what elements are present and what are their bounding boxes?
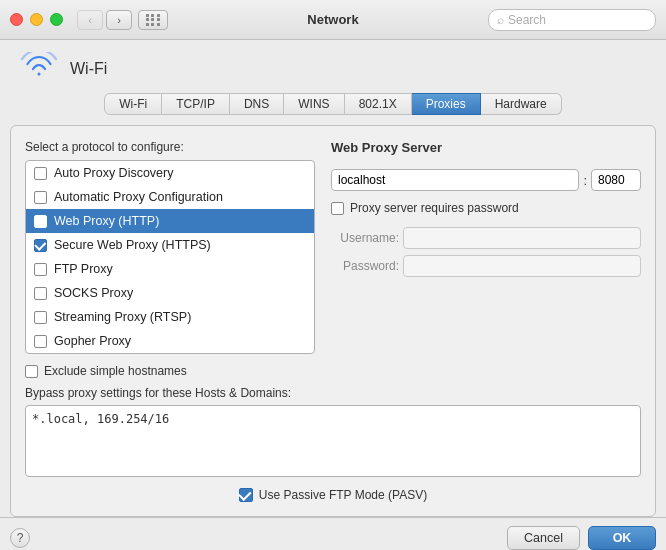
bypass-label: Bypass proxy settings for these Hosts & … [25,386,641,400]
checkbox-auto-proxy-config[interactable] [34,191,47,204]
footer-buttons: Cancel OK [507,526,656,550]
credential-fields: Username: Password: [331,227,641,277]
protocol-label-socks-proxy: SOCKS Proxy [54,286,133,300]
protocol-item-auto-proxy-config[interactable]: Automatic Proxy Configuration [26,185,314,209]
protocol-item-ftp-proxy[interactable]: FTP Proxy [26,257,314,281]
protocol-label-streaming-proxy: Streaming Proxy (RTSP) [54,310,191,324]
protocol-item-auto-proxy-discovery[interactable]: Auto Proxy Discovery [26,161,314,185]
bypass-textarea[interactable]: *.local, 169.254/16 [25,405,641,477]
bottom-section: Exclude simple hostnames Bypass proxy se… [25,364,641,480]
web-proxy-server-title: Web Proxy Server [331,140,641,155]
search-box[interactable]: ⌕ [488,9,656,31]
main-content: Wi-Fi Wi-Fi TCP/IP DNS WINS 802.1X Proxi… [0,40,666,550]
password-field-row: Password: [331,255,641,277]
checkbox-gopher-proxy[interactable] [34,335,47,348]
username-input[interactable] [403,227,641,249]
requires-password-label: Proxy server requires password [350,201,519,215]
exclude-hostnames-label: Exclude simple hostnames [44,364,187,378]
title-bar: ‹ › Network ⌕ [0,0,666,40]
password-label: Password: [331,259,399,273]
protocol-label-web-proxy-http: Web Proxy (HTTP) [54,214,159,228]
ftp-passive-checkbox[interactable] [239,488,253,502]
close-button[interactable] [10,13,23,26]
wifi-label: Wi-Fi [70,60,107,78]
grid-view-button[interactable] [138,10,168,30]
panel-top: Select a protocol to configure: Auto Pro… [25,140,641,354]
password-row: Proxy server requires password [331,201,641,215]
exclude-row: Exclude simple hostnames [25,364,641,378]
minimize-button[interactable] [30,13,43,26]
tabs-bar: Wi-Fi TCP/IP DNS WINS 802.1X Proxies Har… [0,93,666,125]
grid-icon [146,14,161,26]
tab-proxies[interactable]: Proxies [412,93,481,115]
window-title: Network [307,12,358,27]
search-icon: ⌕ [497,13,504,27]
protocol-item-streaming-proxy[interactable]: Streaming Proxy (RTSP) [26,305,314,329]
checkbox-streaming-proxy[interactable] [34,311,47,324]
ftp-row: Use Passive FTP Mode (PASV) [25,488,641,502]
ftp-passive-label: Use Passive FTP Mode (PASV) [259,488,427,502]
content-panel: Select a protocol to configure: Auto Pro… [10,125,656,517]
protocol-label-auto-proxy-config: Automatic Proxy Configuration [54,190,223,204]
nav-buttons: ‹ › [77,10,132,30]
protocol-item-gopher-proxy[interactable]: Gopher Proxy [26,329,314,353]
wifi-header: Wi-Fi [0,40,666,93]
exclude-hostnames-checkbox[interactable] [25,365,38,378]
traffic-lights [10,13,63,26]
tab-tcpip[interactable]: TCP/IP [162,93,230,115]
footer: ? Cancel OK [0,517,666,550]
checkbox-web-proxy-http[interactable] [34,215,47,228]
forward-button[interactable]: › [106,10,132,30]
protocol-label-ftp-proxy: FTP Proxy [54,262,113,276]
ok-button[interactable]: OK [588,526,656,550]
checkbox-socks-proxy[interactable] [34,287,47,300]
back-button[interactable]: ‹ [77,10,103,30]
wifi-icon [20,52,58,85]
username-label: Username: [331,231,399,245]
password-input[interactable] [403,255,641,277]
tab-dns[interactable]: DNS [230,93,284,115]
tab-wifi[interactable]: Wi-Fi [104,93,162,115]
cancel-button[interactable]: Cancel [507,526,580,550]
protocol-label-secure-web-proxy: Secure Web Proxy (HTTPS) [54,238,211,252]
protocol-item-secure-web-proxy[interactable]: Secure Web Proxy (HTTPS) [26,233,314,257]
username-field-row: Username: [331,227,641,249]
protocol-item-web-proxy-http[interactable]: Web Proxy (HTTP) [26,209,314,233]
tab-8021x[interactable]: 802.1X [345,93,412,115]
protocol-list: Auto Proxy Discovery Automatic Proxy Con… [25,160,315,354]
proxy-server-input[interactable] [331,169,579,191]
checkbox-auto-proxy-discovery[interactable] [34,167,47,180]
right-section: Web Proxy Server : Proxy server requires… [331,140,641,354]
maximize-button[interactable] [50,13,63,26]
proxy-port-input[interactable] [591,169,641,191]
left-section: Select a protocol to configure: Auto Pro… [25,140,315,354]
proxy-server-row: : [331,169,641,191]
protocol-item-socks-proxy[interactable]: SOCKS Proxy [26,281,314,305]
colon-separator: : [583,173,587,188]
protocol-label-gopher-proxy: Gopher Proxy [54,334,131,348]
protocol-label-auto-proxy-discovery: Auto Proxy Discovery [54,166,173,180]
help-icon: ? [17,531,24,545]
tab-hardware[interactable]: Hardware [481,93,562,115]
checkbox-secure-web-proxy[interactable] [34,239,47,252]
help-button[interactable]: ? [10,528,30,548]
requires-password-checkbox[interactable] [331,202,344,215]
search-input[interactable] [508,13,647,27]
protocol-section-label: Select a protocol to configure: [25,140,315,154]
tab-wins[interactable]: WINS [284,93,344,115]
checkbox-ftp-proxy[interactable] [34,263,47,276]
